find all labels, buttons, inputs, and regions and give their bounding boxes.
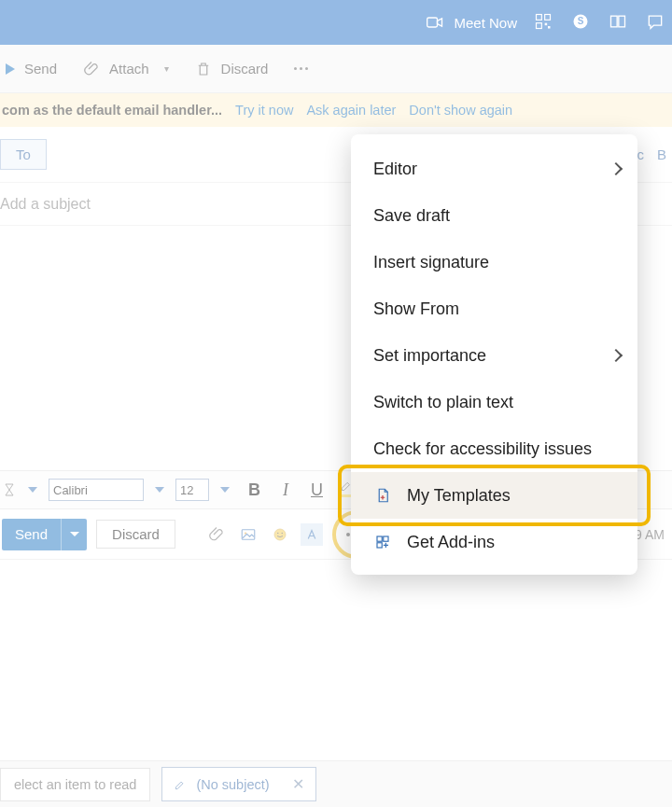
video-icon — [426, 13, 444, 32]
chevron-down-icon[interactable] — [155, 487, 164, 493]
discard-label: Discard — [221, 61, 269, 77]
svg-rect-0 — [427, 18, 438, 27]
menu-set-importance-label: Set importance — [373, 346, 486, 366]
menu-plain-text-label: Switch to plain text — [373, 393, 513, 412]
menu-my-templates-label: My Templates — [407, 486, 511, 506]
qr-icon[interactable] — [534, 12, 554, 33]
send-split-button[interactable]: Send — [2, 519, 87, 550]
chat-icon[interactable] — [646, 12, 666, 33]
image-icon-button[interactable] — [237, 523, 259, 546]
chevron-down-icon: ▾ — [164, 63, 169, 74]
draft-tab-label: (No subject) — [196, 777, 269, 792]
attach-label: Attach — [109, 61, 149, 77]
send-dropdown-button[interactable] — [61, 519, 87, 550]
menu-insert-signature-label: Insert signature — [373, 253, 489, 272]
menu-save-draft[interactable]: Save draft — [351, 192, 637, 239]
menu-get-addins-label: Get Add-ins — [407, 533, 495, 552]
templates-icon — [371, 487, 394, 504]
paperclip-icon — [83, 61, 100, 77]
menu-set-importance[interactable]: Set importance — [351, 332, 637, 379]
menu-get-addins[interactable]: Get Add-ins — [351, 519, 637, 565]
notice-text: com as the default email handler... — [2, 103, 222, 118]
font-size-input[interactable] — [176, 480, 208, 500]
to-button[interactable]: To — [0, 139, 47, 170]
bold-button[interactable]: B — [241, 480, 268, 500]
try-now-link[interactable]: Try it now — [235, 103, 293, 118]
send-label: Send — [24, 61, 57, 77]
attach-icon-button[interactable] — [205, 523, 228, 546]
menu-accessibility[interactable]: Check for accessibility issues — [351, 425, 637, 472]
discard-button[interactable]: Discard — [96, 520, 175, 549]
svg-rect-16 — [384, 536, 388, 541]
chevron-right-icon — [609, 162, 623, 175]
underline-button[interactable]: U — [303, 480, 330, 500]
font-family-select[interactable] — [49, 479, 144, 501]
svg-point-12 — [274, 529, 286, 540]
font-size-select[interactable] — [175, 479, 209, 501]
bcc-button[interactable]: B — [657, 146, 666, 162]
send-button[interactable]: Send — [2, 519, 61, 550]
more-options-button[interactable] — [294, 67, 308, 70]
close-icon[interactable]: ✕ — [292, 775, 304, 793]
svg-rect-3 — [537, 23, 542, 29]
svg-rect-4 — [545, 23, 548, 26]
trash-icon — [195, 61, 212, 77]
svg-rect-1 — [537, 15, 542, 21]
menu-editor[interactable]: Editor — [351, 146, 637, 192]
chevron-down-icon — [70, 532, 79, 536]
dot-icon — [300, 67, 302, 70]
default-handler-notice: com as the default email handler... Try … — [0, 93, 672, 127]
svg-rect-9 — [619, 16, 625, 27]
dot-icon — [294, 67, 297, 70]
svg-rect-17 — [377, 543, 382, 548]
app-switcher-icon[interactable] — [609, 12, 629, 33]
menu-show-from-label: Show From — [373, 299, 459, 319]
discard-button-top[interactable]: Discard — [195, 61, 269, 77]
menu-save-draft-label: Save draft — [373, 206, 450, 226]
dot-icon — [305, 67, 308, 70]
ask-later-link[interactable]: Ask again later — [306, 103, 396, 118]
meet-now-button[interactable]: Meet Now — [426, 13, 517, 32]
more-actions-menu: Editor Save draft Insert signature Show … — [351, 134, 637, 575]
draft-tab[interactable]: (No subject) ✕ — [161, 767, 315, 801]
meet-now-label: Meet Now — [454, 15, 517, 31]
addins-icon — [371, 534, 394, 550]
emoji-icon-button[interactable] — [269, 523, 291, 546]
send-icon — [6, 63, 15, 75]
menu-accessibility-label: Check for accessibility issues — [373, 439, 592, 459]
paste-format-icon[interactable] — [2, 482, 17, 497]
menu-plain-text[interactable]: Switch to plain text — [351, 379, 637, 425]
svg-rect-8 — [611, 16, 618, 27]
svg-text:S: S — [578, 16, 584, 26]
menu-my-templates[interactable]: My Templates — [351, 472, 637, 519]
attach-button[interactable]: Attach ▾ — [83, 61, 169, 77]
chevron-right-icon — [609, 349, 623, 362]
compose-toolbar: Send Attach ▾ Discard — [0, 45, 672, 93]
menu-editor-label: Editor — [373, 160, 417, 179]
app-title-bar: Meet Now S — [0, 0, 672, 45]
reading-pane-tab[interactable]: elect an item to read — [0, 768, 150, 801]
svg-point-13 — [277, 532, 279, 534]
send-button-top[interactable]: Send — [6, 61, 57, 77]
menu-insert-signature[interactable]: Insert signature — [351, 239, 637, 285]
dot-icon — [346, 533, 350, 536]
dont-show-link[interactable]: Don't show again — [409, 103, 512, 118]
skype-icon[interactable]: S — [571, 12, 592, 33]
svg-rect-5 — [548, 26, 551, 29]
pencil-icon — [174, 778, 187, 791]
svg-rect-2 — [545, 15, 551, 21]
chevron-down-icon[interactable] — [220, 487, 230, 493]
menu-show-from[interactable]: Show From — [351, 285, 637, 332]
svg-rect-15 — [377, 536, 382, 541]
bottom-tab-bar: elect an item to read (No subject) ✕ — [0, 760, 672, 807]
chevron-down-icon[interactable] — [28, 487, 37, 493]
italic-button[interactable]: I — [275, 480, 296, 500]
format-icon-button[interactable] — [301, 523, 323, 546]
font-family-input[interactable] — [49, 480, 143, 500]
svg-point-14 — [281, 532, 283, 534]
